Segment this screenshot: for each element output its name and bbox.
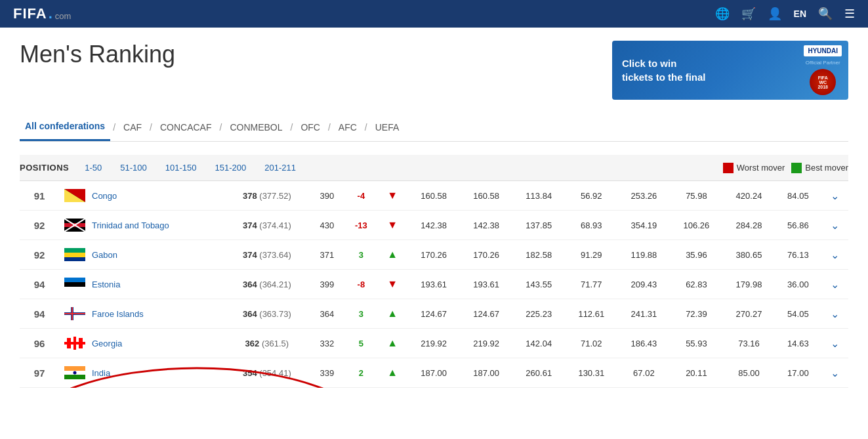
prev-rank-cell: 430: [309, 211, 344, 240]
expand-icon[interactable]: ⌄: [831, 279, 839, 290]
pos-51-100[interactable]: 51-100: [117, 161, 149, 174]
c3-cell: 182.58: [512, 240, 565, 270]
prev-rank-cell: 339: [309, 358, 344, 388]
globe-icon[interactable]: 🌐: [715, 7, 730, 21]
expand-icon[interactable]: ⌄: [831, 308, 839, 320]
table-section: POSITIONS 1-50 51-100 101-150 151-200 20…: [0, 155, 868, 388]
expand-icon[interactable]: ⌄: [831, 367, 839, 379]
country-name[interactable]: Estonia: [92, 280, 120, 289]
c3-cell: 225.23: [512, 299, 565, 329]
tab-ofc[interactable]: OFC: [295, 114, 325, 140]
c2-cell: 170.26: [460, 240, 512, 270]
trend-up-icon: ▲: [387, 367, 398, 378]
c5-cell: 354.19: [617, 211, 670, 240]
language-selector[interactable]: EN: [794, 9, 806, 19]
trend-cell: ▲: [377, 358, 407, 388]
country-flag: [64, 189, 85, 202]
c3-cell: 137.85: [512, 211, 565, 240]
expand-cell[interactable]: ⌄: [821, 329, 848, 358]
prev-rank-cell: 399: [309, 270, 344, 299]
table-row: 92 Gabon 374 (373.64) 371 3 ▲ 170.26 170…: [20, 240, 848, 270]
expand-icon[interactable]: ⌄: [831, 190, 839, 201]
menu-icon[interactable]: ☰: [844, 7, 855, 21]
tab-all-confederations[interactable]: All confederations: [20, 113, 110, 141]
svg-rect-22: [64, 342, 85, 345]
country-cell[interactable]: Estonia: [59, 270, 224, 299]
tab-conmebol[interactable]: CONMEBOL: [224, 114, 287, 140]
expand-cell[interactable]: ⌄: [821, 358, 848, 388]
logo-com: com: [55, 11, 72, 21]
c6-cell: 20.11: [670, 358, 722, 388]
svg-rect-23: [67, 338, 71, 342]
pos-201-211[interactable]: 201-211: [262, 161, 299, 174]
logo-dot: .: [49, 5, 52, 22]
points-cell: 362 (361.5): [224, 329, 309, 358]
country-name[interactable]: India: [92, 368, 110, 378]
trend-cell: ▼: [377, 270, 407, 299]
c6-cell: 35.96: [670, 240, 722, 270]
expand-cell[interactable]: ⌄: [821, 270, 848, 299]
expand-cell[interactable]: ⌄: [821, 181, 848, 211]
c4-cell: 71.02: [565, 329, 617, 358]
trend-down-icon: ▼: [387, 278, 398, 289]
svg-rect-25: [67, 345, 71, 348]
table-row: 96 Georgia 362 (361.5) 332 5 ▲ 219.92 21…: [20, 329, 848, 358]
country-name[interactable]: Gabon: [92, 250, 117, 260]
trend-cell: ▲: [377, 240, 407, 270]
country-cell[interactable]: Georgia: [59, 329, 224, 358]
expand-cell[interactable]: ⌄: [821, 299, 848, 329]
tab-uefa[interactable]: UEFA: [370, 114, 405, 140]
c7-cell: 284.28: [722, 211, 775, 240]
legend: Worst mover Best mover: [723, 163, 848, 173]
ad-banner[interactable]: Click to wintickets to the final HYUNDAI…: [612, 41, 848, 100]
expand-cell[interactable]: ⌄: [821, 211, 848, 240]
c7-cell: 270.27: [722, 299, 775, 329]
tab-afc[interactable]: AFC: [333, 114, 362, 140]
expand-icon[interactable]: ⌄: [831, 249, 839, 261]
worst-mover-legend: Worst mover: [723, 163, 785, 173]
points-cell: 374 (374.41): [224, 211, 309, 240]
svg-rect-10: [64, 253, 85, 257]
c4-cell: 91.29: [565, 240, 617, 270]
pos-101-150[interactable]: 101-150: [163, 161, 199, 174]
country-name[interactable]: Trinidad and Tobago: [92, 220, 169, 230]
c2-cell: 219.92: [460, 329, 512, 358]
c2-cell: 124.67: [460, 299, 512, 329]
country-cell[interactable]: Faroe Islands: [59, 299, 224, 329]
c7-cell: 380.65: [722, 240, 775, 270]
tab-concacaf[interactable]: CONCACAF: [155, 114, 217, 140]
country-name[interactable]: Congo: [92, 191, 117, 201]
country-cell[interactable]: Gabon: [59, 240, 224, 270]
positions-label: POSITIONS: [20, 163, 69, 173]
c7-cell: 73.16: [722, 329, 775, 358]
worst-mover-label: Worst mover: [737, 163, 785, 173]
search-icon[interactable]: 🔍: [818, 7, 833, 21]
country-flag: [64, 337, 85, 350]
user-icon[interactable]: 👤: [768, 7, 782, 21]
country-cell[interactable]: India: [59, 358, 224, 388]
c5-cell: 67.02: [617, 358, 670, 388]
page-content: Men's Ranking Click to wintickets to the…: [0, 28, 868, 155]
cart-icon[interactable]: 🛒: [741, 7, 756, 21]
expand-cell[interactable]: ⌄: [821, 240, 848, 270]
c1-cell: 219.92: [407, 329, 460, 358]
pos-151-200[interactable]: 151-200: [213, 161, 249, 174]
expand-icon[interactable]: ⌄: [831, 220, 839, 231]
c5-cell: 241.31: [617, 299, 670, 329]
country-cell[interactable]: Trinidad and Tobago: [59, 211, 224, 240]
country-flag: [64, 219, 85, 232]
country-name[interactable]: Georgia: [92, 339, 122, 348]
tab-caf[interactable]: CAF: [118, 114, 147, 140]
rank-cell: 92: [20, 211, 59, 240]
pos-1-50[interactable]: 1-50: [82, 161, 104, 174]
table-row: 97 India 354 (354.41) 339 2 ▲ 187.00 187…: [20, 358, 848, 388]
country-flag: [64, 366, 85, 379]
change-cell: -13: [344, 211, 377, 240]
official-partner-label: Official Partner: [806, 60, 840, 66]
trend-up-icon: ▲: [387, 249, 398, 260]
country-name[interactable]: Faroe Islands: [92, 309, 144, 319]
fifa-logo[interactable]: FIFA . com: [13, 5, 71, 22]
c6-cell: 62.83: [670, 270, 722, 299]
expand-icon[interactable]: ⌄: [831, 338, 839, 349]
country-cell[interactable]: Congo: [59, 181, 224, 211]
